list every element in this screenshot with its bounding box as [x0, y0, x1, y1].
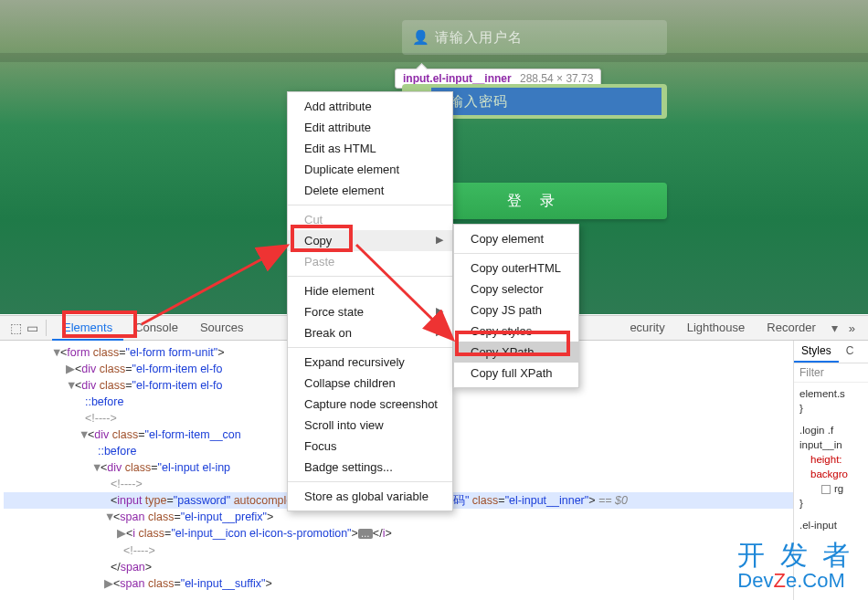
menu-copy-xpath[interactable]: Copy XPath	[454, 342, 578, 363]
menu-separator	[288, 481, 452, 482]
username-input[interactable]: 👤 请输入用户名	[402, 20, 667, 55]
inspect-icon[interactable]: ⬚	[7, 321, 24, 335]
device-icon[interactable]: ▭	[24, 321, 40, 335]
watermark-en: DevZe.CoM	[737, 570, 853, 591]
css-value: rg	[834, 483, 843, 494]
tab-styles[interactable]: Styles	[794, 341, 839, 363]
menu-copy-styles[interactable]: Copy styles	[454, 321, 578, 342]
menu-expand-recursively[interactable]: Expand recursively	[288, 352, 452, 373]
menu-store-global[interactable]: Store as global variable	[288, 486, 452, 507]
menu-separator	[288, 347, 452, 348]
context-menu-copy: Copy element Copy outerHTML Copy selecto…	[453, 224, 579, 388]
menu-duplicate-element[interactable]: Duplicate element	[288, 159, 452, 180]
tab-console[interactable]: Console	[123, 315, 189, 341]
rule-selector: .login .f	[799, 425, 833, 436]
menu-copy-element[interactable]: Copy element	[454, 228, 578, 249]
menu-separator	[288, 205, 452, 205]
tooltip-selector: input.el-input__inner	[403, 72, 512, 85]
menu-separator	[454, 253, 578, 254]
menu-edit-attribute[interactable]: Edit attribute	[288, 117, 452, 138]
dom-row[interactable]: ▶<i class="el-input__icon el-icon-s-prom…	[4, 525, 793, 542]
dom-row[interactable]: <!---->	[4, 542, 793, 559]
menu-scroll-into-view[interactable]: Scroll into view	[288, 415, 452, 436]
menu-focus[interactable]: Focus	[288, 436, 452, 457]
more-tabs-icon[interactable]: »	[843, 321, 861, 335]
css-prop-height[interactable]: height:	[799, 452, 863, 467]
css-prop-background[interactable]: backgro	[799, 467, 863, 481]
tooltip-dimensions: 288.54 × 37.73	[520, 72, 593, 85]
menu-capture-screenshot[interactable]: Capture node screenshot	[288, 394, 452, 415]
menu-delete-element[interactable]: Delete element	[288, 180, 452, 201]
rule-brace: }	[799, 401, 863, 416]
checkbox-icon[interactable]	[821, 485, 831, 494]
tab-recorder[interactable]: Recorder	[756, 315, 826, 341]
menu-copy[interactable]: Copy▶	[288, 230, 452, 251]
menu-cut[interactable]: Cut	[288, 209, 452, 230]
rule-brace: }	[799, 496, 863, 511]
tab-sources[interactable]: Sources	[189, 315, 255, 341]
tab-security[interactable]: ecurity	[619, 315, 675, 341]
styles-tabs: Styles C	[794, 341, 868, 363]
menu-force-state[interactable]: Force state▶	[288, 301, 452, 322]
chevron-right-icon: ▶	[436, 326, 443, 338]
menu-copy-js-path[interactable]: Copy JS path	[454, 300, 578, 321]
menu-break-on[interactable]: Break on▶	[288, 322, 452, 343]
menu-add-attribute[interactable]: Add attribute	[288, 96, 452, 117]
watermark-cn: 开 发 者	[737, 541, 853, 570]
rule-line: input__in	[799, 439, 842, 450]
menu-copy-selector[interactable]: Copy selector	[454, 279, 578, 300]
menu-paste[interactable]: Paste	[288, 251, 452, 272]
menu-copy-outerhtml[interactable]: Copy outerHTML	[454, 258, 578, 279]
menu-hide-element[interactable]: Hide element	[288, 280, 452, 301]
menu-collapse-children[interactable]: Collapse children	[288, 373, 452, 394]
menu-badge-settings[interactable]: Badge settings...	[288, 457, 452, 478]
tab-elements[interactable]: Elements	[52, 315, 123, 341]
styles-filter[interactable]: Filter	[794, 363, 868, 383]
styles-rules[interactable]: element.s } .login .f input__in height: …	[794, 383, 868, 536]
username-placeholder: 请输入用户名	[435, 29, 523, 47]
watermark: 开 发 者 DevZe.CoM	[737, 541, 853, 591]
menu-edit-as-html[interactable]: Edit as HTML	[288, 138, 452, 159]
rule-selector: .el-input	[799, 520, 837, 531]
tab-computed[interactable]: C	[839, 341, 862, 363]
context-menu-main: Add attribute Edit attribute Edit as HTM…	[287, 91, 453, 511]
menu-separator	[288, 276, 452, 277]
menu-copy-full-xpath[interactable]: Copy full XPath	[454, 363, 578, 384]
recorder-dropdown-icon[interactable]: ▾	[827, 321, 843, 335]
chevron-right-icon: ▶	[436, 305, 443, 317]
tab-lighthouse[interactable]: Lighthouse	[676, 315, 757, 341]
user-icon: 👤	[411, 29, 429, 46]
dom-row[interactable]: ▶<span class="el-input__suffix">	[4, 575, 793, 592]
chevron-right-icon: ▶	[436, 234, 443, 246]
dom-row[interactable]: </span>	[4, 559, 793, 575]
rule-selector: element.s	[799, 388, 845, 399]
toolbar-sep	[46, 320, 47, 336]
